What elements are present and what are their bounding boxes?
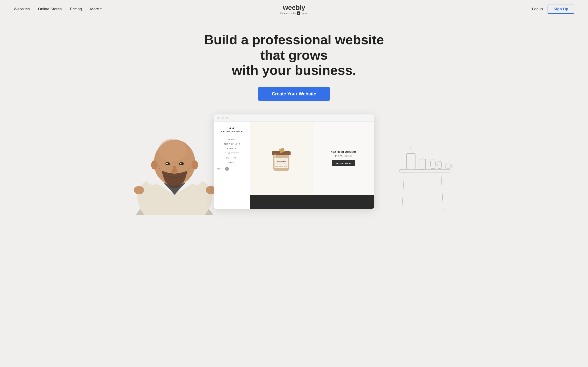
svg-text:Woodlands: Woodlands bbox=[276, 160, 286, 163]
store-nav-shop[interactable]: SHOP ONLINE bbox=[217, 142, 246, 146]
svg-point-8 bbox=[166, 163, 168, 164]
product-name: 4oz Reed Diffuser bbox=[331, 150, 356, 153]
svg-rect-18 bbox=[274, 154, 276, 161]
browser-content: ▲▲ NATURE'S KINDLE HOME SHOP ONLINE EVEN… bbox=[214, 122, 374, 209]
store-main: Woodlands Handmade Soy Candle bbox=[250, 122, 374, 209]
store-nav-more[interactable]: MORE bbox=[217, 160, 246, 165]
svg-line-23 bbox=[441, 172, 443, 211]
store-nav-events[interactable]: EVENTS bbox=[217, 146, 246, 151]
logo-subtitle: eCommerce by ■ Square bbox=[279, 11, 309, 15]
right-shelf-illustration bbox=[395, 124, 455, 215]
hero-section: Build a professional website that grows … bbox=[0, 18, 588, 215]
store-cart[interactable]: CART 2 bbox=[217, 167, 246, 171]
store-nav-home[interactable]: HOME bbox=[217, 137, 246, 142]
product-card-1: Woodlands Handmade Soy Candle bbox=[250, 122, 312, 194]
browser-dot-2 bbox=[221, 117, 224, 119]
nav-left: Websites Online Stores Pricing More bbox=[14, 7, 102, 11]
create-website-button[interactable]: Create Your Website bbox=[258, 87, 330, 101]
nav-item-more[interactable]: More bbox=[90, 7, 102, 11]
svg-point-10 bbox=[134, 186, 144, 194]
svg-point-5 bbox=[191, 160, 198, 169]
product-image-1: Woodlands Handmade Soy Candle bbox=[250, 122, 312, 194]
svg-text:Handmade Soy Candle: Handmade Soy Candle bbox=[275, 165, 287, 167]
browser-mockup: ▲▲ NATURE'S KINDLE HOME SHOP ONLINE EVEN… bbox=[214, 115, 374, 209]
store-sidebar: ▲▲ NATURE'S KINDLE HOME SHOP ONLINE EVEN… bbox=[214, 122, 250, 209]
nav-item-pricing[interactable]: Pricing bbox=[70, 7, 82, 11]
store-nav-story[interactable]: OUR STORY bbox=[217, 151, 246, 156]
product-price: $15.00 $22.00 bbox=[335, 155, 352, 158]
browser-bar bbox=[214, 115, 374, 122]
browser-dot-3 bbox=[225, 117, 228, 119]
svg-rect-28 bbox=[419, 159, 426, 169]
logo-text: weebly bbox=[279, 4, 309, 11]
main-nav: Websites Online Stores Pricing More weeb… bbox=[0, 0, 588, 18]
signup-button[interactable]: Sign Up bbox=[548, 5, 574, 14]
login-link[interactable]: Log In bbox=[532, 7, 543, 11]
quick-view-button[interactable]: QUICK VIEW bbox=[332, 160, 355, 166]
svg-rect-25 bbox=[406, 153, 415, 169]
svg-point-6 bbox=[165, 162, 170, 165]
demo-area: ▲▲ NATURE'S KINDLE HOME SHOP ONLINE EVEN… bbox=[133, 115, 455, 215]
chevron-down-icon bbox=[100, 8, 102, 10]
person-illustration bbox=[126, 105, 223, 215]
cart-badge: 2 bbox=[225, 167, 229, 171]
svg-point-27 bbox=[410, 148, 412, 152]
product-bottom-strip bbox=[250, 195, 374, 209]
browser-dot-1 bbox=[217, 117, 220, 119]
product-old-price: $22.00 bbox=[345, 155, 352, 158]
svg-rect-30 bbox=[446, 164, 451, 168]
square-icon: ■ bbox=[297, 11, 300, 15]
svg-point-9 bbox=[180, 163, 182, 164]
nav-item-online-stores[interactable]: Online Stores bbox=[38, 7, 62, 11]
hero-headline: Build a professional website that grows … bbox=[191, 32, 397, 78]
nav-item-websites[interactable]: Websites bbox=[14, 7, 30, 11]
store-nav-contact[interactable]: CONTACT bbox=[217, 156, 246, 160]
logo[interactable]: weebly eCommerce by ■ Square bbox=[279, 4, 309, 15]
svg-point-7 bbox=[179, 162, 184, 165]
svg-point-3 bbox=[158, 139, 186, 161]
svg-line-22 bbox=[402, 172, 404, 211]
store-logo: ▲▲ NATURE'S KINDLE bbox=[217, 126, 246, 133]
store-logo-icon: ▲▲ bbox=[217, 126, 246, 129]
product-card-2: 4oz Reed Diffuser $15.00 $22.00 QUICK VI… bbox=[313, 122, 374, 194]
nav-right: Log In Sign Up bbox=[532, 5, 574, 14]
svg-point-4 bbox=[151, 160, 157, 169]
svg-rect-21 bbox=[400, 169, 450, 172]
svg-rect-14 bbox=[275, 158, 288, 168]
